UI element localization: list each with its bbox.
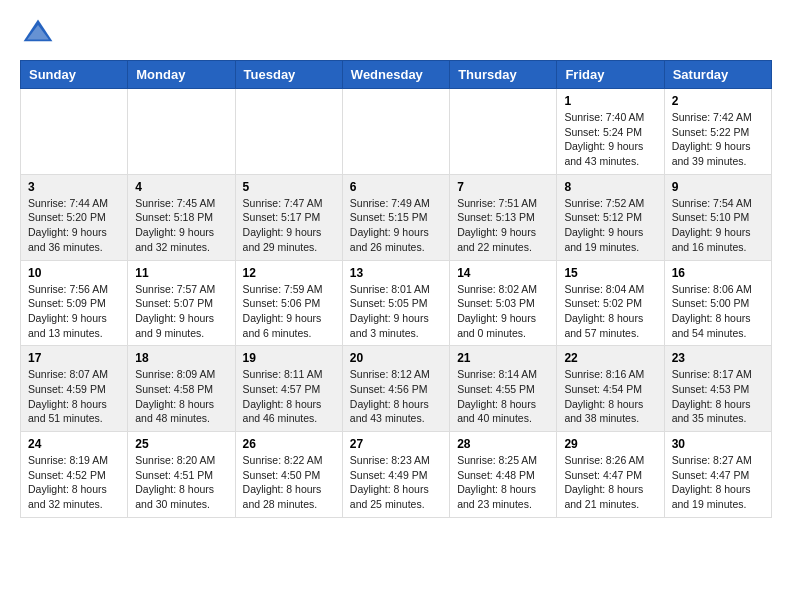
week-row-3: 17Sunrise: 8:07 AM Sunset: 4:59 PM Dayli… (21, 346, 772, 432)
day-number: 19 (243, 351, 335, 365)
day-cell: 10Sunrise: 7:56 AM Sunset: 5:09 PM Dayli… (21, 260, 128, 346)
day-info: Sunrise: 8:12 AM Sunset: 4:56 PM Dayligh… (350, 367, 442, 426)
weekday-header-thursday: Thursday (450, 61, 557, 89)
day-info: Sunrise: 7:57 AM Sunset: 5:07 PM Dayligh… (135, 282, 227, 341)
weekday-header-friday: Friday (557, 61, 664, 89)
day-cell: 21Sunrise: 8:14 AM Sunset: 4:55 PM Dayli… (450, 346, 557, 432)
day-number: 18 (135, 351, 227, 365)
day-cell: 5Sunrise: 7:47 AM Sunset: 5:17 PM Daylig… (235, 174, 342, 260)
day-info: Sunrise: 7:59 AM Sunset: 5:06 PM Dayligh… (243, 282, 335, 341)
day-number: 22 (564, 351, 656, 365)
day-number: 3 (28, 180, 120, 194)
page: SundayMondayTuesdayWednesdayThursdayFrid… (0, 0, 792, 528)
day-number: 9 (672, 180, 764, 194)
day-cell: 17Sunrise: 8:07 AM Sunset: 4:59 PM Dayli… (21, 346, 128, 432)
day-number: 5 (243, 180, 335, 194)
day-cell: 22Sunrise: 8:16 AM Sunset: 4:54 PM Dayli… (557, 346, 664, 432)
day-number: 11 (135, 266, 227, 280)
day-info: Sunrise: 8:19 AM Sunset: 4:52 PM Dayligh… (28, 453, 120, 512)
day-number: 4 (135, 180, 227, 194)
day-info: Sunrise: 8:06 AM Sunset: 5:00 PM Dayligh… (672, 282, 764, 341)
day-info: Sunrise: 8:16 AM Sunset: 4:54 PM Dayligh… (564, 367, 656, 426)
day-info: Sunrise: 8:01 AM Sunset: 5:05 PM Dayligh… (350, 282, 442, 341)
day-cell: 9Sunrise: 7:54 AM Sunset: 5:10 PM Daylig… (664, 174, 771, 260)
day-info: Sunrise: 8:17 AM Sunset: 4:53 PM Dayligh… (672, 367, 764, 426)
day-number: 2 (672, 94, 764, 108)
logo (20, 16, 60, 52)
weekday-header-saturday: Saturday (664, 61, 771, 89)
day-cell: 6Sunrise: 7:49 AM Sunset: 5:15 PM Daylig… (342, 174, 449, 260)
header (20, 16, 772, 52)
day-cell: 24Sunrise: 8:19 AM Sunset: 4:52 PM Dayli… (21, 432, 128, 518)
day-number: 8 (564, 180, 656, 194)
day-cell: 25Sunrise: 8:20 AM Sunset: 4:51 PM Dayli… (128, 432, 235, 518)
day-info: Sunrise: 8:04 AM Sunset: 5:02 PM Dayligh… (564, 282, 656, 341)
day-info: Sunrise: 8:11 AM Sunset: 4:57 PM Dayligh… (243, 367, 335, 426)
day-cell (128, 89, 235, 175)
day-info: Sunrise: 8:23 AM Sunset: 4:49 PM Dayligh… (350, 453, 442, 512)
day-info: Sunrise: 7:45 AM Sunset: 5:18 PM Dayligh… (135, 196, 227, 255)
day-info: Sunrise: 8:26 AM Sunset: 4:47 PM Dayligh… (564, 453, 656, 512)
day-cell: 1Sunrise: 7:40 AM Sunset: 5:24 PM Daylig… (557, 89, 664, 175)
day-info: Sunrise: 8:27 AM Sunset: 4:47 PM Dayligh… (672, 453, 764, 512)
day-cell (342, 89, 449, 175)
day-info: Sunrise: 7:44 AM Sunset: 5:20 PM Dayligh… (28, 196, 120, 255)
week-row-0: 1Sunrise: 7:40 AM Sunset: 5:24 PM Daylig… (21, 89, 772, 175)
day-cell (450, 89, 557, 175)
day-number: 27 (350, 437, 442, 451)
day-info: Sunrise: 8:02 AM Sunset: 5:03 PM Dayligh… (457, 282, 549, 341)
weekday-header-sunday: Sunday (21, 61, 128, 89)
day-number: 20 (350, 351, 442, 365)
day-cell: 14Sunrise: 8:02 AM Sunset: 5:03 PM Dayli… (450, 260, 557, 346)
day-number: 17 (28, 351, 120, 365)
day-cell: 15Sunrise: 8:04 AM Sunset: 5:02 PM Dayli… (557, 260, 664, 346)
day-number: 30 (672, 437, 764, 451)
day-cell: 7Sunrise: 7:51 AM Sunset: 5:13 PM Daylig… (450, 174, 557, 260)
day-number: 21 (457, 351, 549, 365)
day-cell: 13Sunrise: 8:01 AM Sunset: 5:05 PM Dayli… (342, 260, 449, 346)
day-number: 6 (350, 180, 442, 194)
day-info: Sunrise: 8:22 AM Sunset: 4:50 PM Dayligh… (243, 453, 335, 512)
day-cell: 26Sunrise: 8:22 AM Sunset: 4:50 PM Dayli… (235, 432, 342, 518)
day-cell: 30Sunrise: 8:27 AM Sunset: 4:47 PM Dayli… (664, 432, 771, 518)
day-number: 25 (135, 437, 227, 451)
week-row-4: 24Sunrise: 8:19 AM Sunset: 4:52 PM Dayli… (21, 432, 772, 518)
day-info: Sunrise: 7:49 AM Sunset: 5:15 PM Dayligh… (350, 196, 442, 255)
day-info: Sunrise: 8:07 AM Sunset: 4:59 PM Dayligh… (28, 367, 120, 426)
day-number: 1 (564, 94, 656, 108)
weekday-header-wednesday: Wednesday (342, 61, 449, 89)
day-cell: 2Sunrise: 7:42 AM Sunset: 5:22 PM Daylig… (664, 89, 771, 175)
day-info: Sunrise: 7:47 AM Sunset: 5:17 PM Dayligh… (243, 196, 335, 255)
day-cell: 29Sunrise: 8:26 AM Sunset: 4:47 PM Dayli… (557, 432, 664, 518)
day-cell: 8Sunrise: 7:52 AM Sunset: 5:12 PM Daylig… (557, 174, 664, 260)
day-info: Sunrise: 8:09 AM Sunset: 4:58 PM Dayligh… (135, 367, 227, 426)
day-cell: 19Sunrise: 8:11 AM Sunset: 4:57 PM Dayli… (235, 346, 342, 432)
day-number: 28 (457, 437, 549, 451)
day-cell: 20Sunrise: 8:12 AM Sunset: 4:56 PM Dayli… (342, 346, 449, 432)
day-info: Sunrise: 7:56 AM Sunset: 5:09 PM Dayligh… (28, 282, 120, 341)
day-cell: 18Sunrise: 8:09 AM Sunset: 4:58 PM Dayli… (128, 346, 235, 432)
day-cell: 11Sunrise: 7:57 AM Sunset: 5:07 PM Dayli… (128, 260, 235, 346)
day-number: 13 (350, 266, 442, 280)
day-cell: 27Sunrise: 8:23 AM Sunset: 4:49 PM Dayli… (342, 432, 449, 518)
day-number: 23 (672, 351, 764, 365)
day-number: 14 (457, 266, 549, 280)
day-number: 15 (564, 266, 656, 280)
day-number: 16 (672, 266, 764, 280)
week-row-1: 3Sunrise: 7:44 AM Sunset: 5:20 PM Daylig… (21, 174, 772, 260)
day-cell: 23Sunrise: 8:17 AM Sunset: 4:53 PM Dayli… (664, 346, 771, 432)
day-number: 29 (564, 437, 656, 451)
weekday-header-monday: Monday (128, 61, 235, 89)
weekday-header-tuesday: Tuesday (235, 61, 342, 89)
week-row-2: 10Sunrise: 7:56 AM Sunset: 5:09 PM Dayli… (21, 260, 772, 346)
day-info: Sunrise: 7:40 AM Sunset: 5:24 PM Dayligh… (564, 110, 656, 169)
day-cell: 4Sunrise: 7:45 AM Sunset: 5:18 PM Daylig… (128, 174, 235, 260)
day-info: Sunrise: 8:20 AM Sunset: 4:51 PM Dayligh… (135, 453, 227, 512)
day-number: 10 (28, 266, 120, 280)
day-number: 24 (28, 437, 120, 451)
day-info: Sunrise: 8:25 AM Sunset: 4:48 PM Dayligh… (457, 453, 549, 512)
day-info: Sunrise: 7:51 AM Sunset: 5:13 PM Dayligh… (457, 196, 549, 255)
calendar: SundayMondayTuesdayWednesdayThursdayFrid… (20, 60, 772, 518)
day-info: Sunrise: 7:54 AM Sunset: 5:10 PM Dayligh… (672, 196, 764, 255)
day-cell: 12Sunrise: 7:59 AM Sunset: 5:06 PM Dayli… (235, 260, 342, 346)
